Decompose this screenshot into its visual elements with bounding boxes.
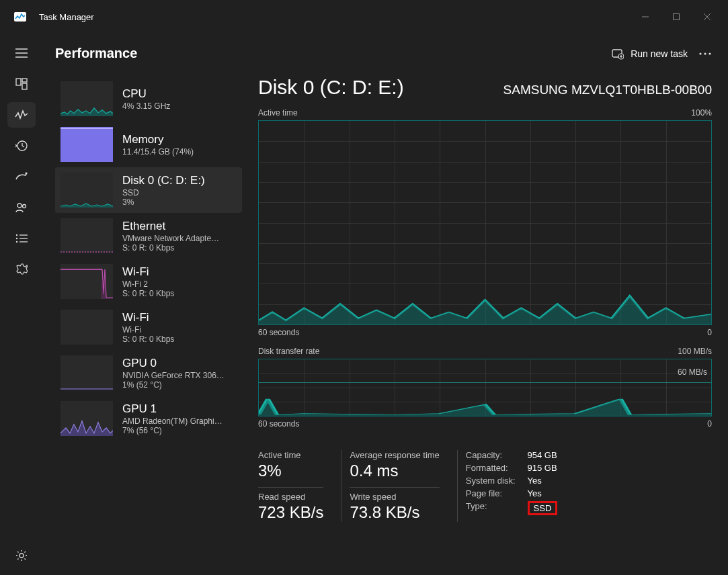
nav-history[interactable] bbox=[7, 133, 36, 159]
run-task-label: Run new task bbox=[631, 48, 688, 59]
more-button[interactable] bbox=[698, 52, 712, 56]
sidebar-gpu0-title: GPU 0 bbox=[122, 356, 225, 371]
page-title: Performance bbox=[55, 46, 137, 61]
system-disk-value: Yes bbox=[528, 476, 558, 486]
chart2-x-right: 0 bbox=[707, 419, 712, 429]
content-header: Performance Run new task bbox=[55, 46, 712, 61]
capacity-label: Capacity: bbox=[466, 450, 516, 460]
avg-response-value: 0.4 ms bbox=[350, 461, 439, 480]
chart2-x-left: 60 seconds bbox=[258, 419, 299, 429]
sidebar-wifi2-sub2: S: 0 R: 0 Kbps bbox=[122, 289, 174, 298]
svg-point-13 bbox=[17, 204, 22, 208]
nav-users[interactable] bbox=[7, 195, 36, 220]
sidebar-item-gpu1[interactable]: GPU 1 AMD Radeon(TM) Graphi… 7% (56 °C) bbox=[55, 396, 242, 441]
nav-details[interactable] bbox=[7, 226, 36, 251]
svg-rect-9 bbox=[22, 79, 27, 82]
disk-title: Disk 0 (C: D: E:) bbox=[258, 76, 404, 99]
active-time-chart bbox=[258, 120, 712, 325]
sidebar-disk-sub: SSD bbox=[122, 188, 205, 197]
sidebar-item-cpu[interactable]: CPU 4% 3.15 GHz bbox=[55, 76, 242, 122]
device-name: SAMSUNG MZVLQ1T0HBLB-00B00 bbox=[503, 83, 712, 97]
chart1-x-left: 60 seconds bbox=[258, 328, 299, 337]
ethernet-mini-chart bbox=[60, 218, 113, 253]
sidebar-gpu1-sub: AMD Radeon(TM) Graphi… bbox=[122, 416, 223, 426]
active-time-label: Active time bbox=[258, 450, 323, 460]
svg-rect-30 bbox=[60, 127, 113, 162]
sidebar-disk-title: Disk 0 (C: D: E:) bbox=[122, 173, 205, 188]
nav-performance[interactable] bbox=[7, 102, 36, 128]
wifi-mini-chart bbox=[60, 310, 113, 345]
svg-point-27 bbox=[704, 52, 706, 54]
formatted-label: Formatted: bbox=[466, 463, 516, 473]
window-controls bbox=[630, 6, 723, 28]
svg-rect-8 bbox=[16, 79, 21, 85]
sidebar-memory-title: Memory bbox=[122, 132, 194, 147]
system-disk-label: System disk: bbox=[466, 476, 516, 486]
sidebar-item-disk0[interactable]: Disk 0 (C: D: E:) SSD 3% bbox=[55, 167, 242, 213]
transfer-rate-chart: 60 MB/s bbox=[258, 359, 712, 416]
sidebar-item-gpu0[interactable]: GPU 0 NVIDIA GeForce RTX 306… 1% (52 °C) bbox=[55, 350, 242, 396]
memory-mini-chart bbox=[60, 127, 113, 162]
svg-rect-10 bbox=[22, 83, 27, 89]
maximize-button[interactable] bbox=[661, 6, 692, 28]
cpu-mini-chart bbox=[60, 81, 113, 116]
sidebar-gpu1-sub2: 7% (56 °C) bbox=[122, 426, 223, 435]
gpu0-mini-chart bbox=[60, 355, 113, 390]
sidebar-item-ethernet[interactable]: Ethernet VMware Network Adapte… S: 0 R: … bbox=[55, 213, 242, 259]
nav-services[interactable] bbox=[7, 257, 36, 282]
run-new-task-button[interactable]: Run new task bbox=[612, 48, 688, 60]
nav-rail bbox=[0, 34, 43, 575]
sidebar-memory-sub: 11.4/15.4 GB (74%) bbox=[122, 147, 194, 157]
app-title: Task Manager bbox=[39, 12, 94, 22]
run-task-icon bbox=[612, 48, 624, 60]
sidebar-gpu0-sub: NVIDIA GeForce RTX 306… bbox=[122, 371, 225, 380]
disk-properties: Capacity: 954 GB Formatted: 915 GB Syste… bbox=[457, 450, 557, 522]
disk-mini-chart bbox=[60, 173, 113, 208]
stats-row: Active time 3% Read speed 723 KB/s Avera… bbox=[258, 450, 712, 522]
sidebar-eth-title: Ethernet bbox=[122, 219, 219, 234]
active-time-value: 3% bbox=[258, 461, 323, 480]
type-value: SSD bbox=[528, 501, 558, 515]
sidebar-item-memory[interactable]: Memory 11.4/15.4 GB (74%) bbox=[55, 122, 242, 167]
svg-marker-39 bbox=[259, 399, 711, 416]
sidebar-item-wifi2[interactable]: Wi-Fi Wi-Fi 2 S: 0 R: 0 Kbps bbox=[55, 259, 242, 304]
sidebar-disk-sub2: 3% bbox=[122, 197, 205, 207]
svg-point-12 bbox=[26, 173, 28, 175]
svg-point-15 bbox=[16, 234, 17, 236]
main-panel: Disk 0 (C: D: E:) SAMSUNG MZVLQ1T0HBLB-0… bbox=[258, 76, 712, 570]
close-button[interactable] bbox=[692, 6, 723, 28]
sidebar-gpu1-title: GPU 1 bbox=[122, 402, 223, 416]
sidebar-wifi-sub: Wi-Fi bbox=[122, 325, 174, 335]
type-label: Type: bbox=[466, 501, 516, 515]
sidebar-gpu0-sub2: 1% (52 °C) bbox=[122, 380, 225, 390]
nav-startup[interactable] bbox=[7, 164, 36, 189]
wifi2-mini-chart bbox=[60, 264, 113, 299]
svg-point-21 bbox=[19, 554, 24, 558]
svg-point-26 bbox=[699, 52, 701, 54]
sidebar-wifi-sub2: S: 0 R: 0 Kbps bbox=[122, 335, 174, 344]
svg-point-17 bbox=[16, 238, 17, 239]
svg-marker-38 bbox=[259, 296, 711, 324]
svg-point-14 bbox=[23, 205, 26, 208]
page-file-label: Page file: bbox=[466, 488, 516, 498]
svg-point-19 bbox=[16, 241, 17, 242]
nav-processes[interactable] bbox=[7, 71, 36, 97]
sidebar-eth-sub: VMware Network Adapte… bbox=[122, 234, 219, 243]
chart1-label-right: 100% bbox=[691, 108, 712, 118]
chart2-label-right: 100 MB/s bbox=[678, 347, 712, 356]
sidebar-cpu-sub: 4% 3.15 GHz bbox=[122, 101, 170, 111]
write-speed-label: Write speed bbox=[350, 492, 439, 502]
chart1-label-left: Active time bbox=[258, 108, 298, 118]
hamburger-button[interactable] bbox=[7, 40, 36, 66]
formatted-value: 915 GB bbox=[528, 463, 558, 473]
minimize-button[interactable] bbox=[630, 6, 661, 28]
gpu1-mini-chart bbox=[60, 401, 113, 436]
nav-settings[interactable] bbox=[7, 543, 36, 568]
app-icon bbox=[13, 10, 27, 24]
capacity-value: 954 GB bbox=[528, 450, 558, 460]
sidebar-wifi2-sub: Wi-Fi 2 bbox=[122, 279, 174, 289]
sidebar-cpu-title: CPU bbox=[122, 87, 170, 101]
sidebar-item-wifi[interactable]: Wi-Fi Wi-Fi S: 0 R: 0 Kbps bbox=[55, 304, 242, 350]
svg-rect-2 bbox=[674, 14, 680, 20]
sidebar-eth-sub2: S: 0 R: 0 Kbps bbox=[122, 243, 219, 253]
